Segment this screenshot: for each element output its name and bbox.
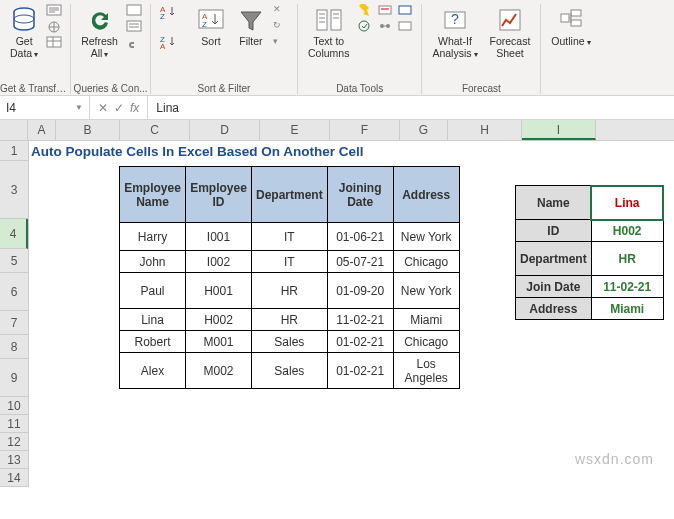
row-7[interactable]: 7 [0,311,28,335]
row-14[interactable]: 14 [0,469,28,487]
remove-dup-icon[interactable] [377,4,395,18]
lk-val[interactable]: 11-02-21 [591,276,663,298]
lk-val[interactable]: HR [591,242,663,276]
cell[interactable]: Miami [393,309,459,331]
cell[interactable]: 01-09-20 [327,273,393,309]
cell[interactable]: IT [252,251,328,273]
row-12[interactable]: 12 [0,433,28,451]
clear-filter[interactable]: ✕ [273,4,291,18]
col-B[interactable]: B [56,120,120,140]
consolidate-icon[interactable] [397,4,415,18]
cell[interactable]: HR [252,273,328,309]
cell[interactable]: New York [393,273,459,309]
forecast-label: ForecastSheet [490,36,531,59]
lk-hdr: Department [516,242,592,276]
from-text-icon[interactable] [46,4,64,18]
text-to-columns-button[interactable]: Text toColumns [304,4,353,61]
properties-icon[interactable] [126,20,144,34]
queries-icon[interactable] [126,4,144,18]
col-G[interactable]: G [400,120,448,140]
cell[interactable]: 11-02-21 [327,309,393,331]
sort-button[interactable]: AZ Sort [193,4,229,50]
get-data-button[interactable]: GetData▾ [6,4,42,61]
cell[interactable]: HR [252,309,328,331]
group-data-tools: Text toColumns Data Tools [298,4,422,94]
col-E[interactable]: E [260,120,330,140]
cell[interactable]: 01-02-21 [327,331,393,353]
accept-icon[interactable]: ✓ [114,101,124,115]
cancel-icon[interactable]: ✕ [98,101,108,115]
col-A[interactable]: A [28,120,56,140]
cell[interactable]: I001 [186,223,252,251]
row-3[interactable]: 3 [0,161,28,219]
cells-area[interactable]: Auto Populate Cells In Excel Based On An… [29,141,674,487]
sort-desc-button[interactable]: ZA [157,34,189,62]
get-data-label: GetData▾ [10,36,38,59]
filter-button[interactable]: Filter [233,4,269,50]
cell[interactable]: M002 [186,353,252,389]
row-4[interactable]: 4 [0,219,28,249]
cell[interactable]: 05-07-21 [327,251,393,273]
what-if-button[interactable]: ? What-IfAnalysis▾ [428,4,481,61]
from-table-icon[interactable] [46,36,64,50]
svg-rect-27 [571,20,581,26]
group-get-transform: GetData▾ Get & Transform D... [0,4,71,94]
name-box[interactable]: I4 ▼ [0,96,90,119]
fx-icon[interactable]: fx [130,101,139,115]
cell[interactable]: Chicago [393,251,459,273]
select-all-corner[interactable] [0,120,28,140]
row-9[interactable]: 9 [0,359,28,397]
cell[interactable]: IT [252,223,328,251]
outline-button[interactable]: Outline▾ [547,4,594,50]
cell[interactable]: I002 [186,251,252,273]
cell[interactable]: Sales [252,353,328,389]
cell[interactable]: Chicago [393,331,459,353]
cell[interactable]: Paul [120,273,186,309]
cell[interactable]: 01-02-21 [327,353,393,389]
formula-input[interactable]: Lina [148,101,674,115]
row-5[interactable]: 5 [0,249,28,273]
col-C[interactable]: C [120,120,190,140]
sort-asc-button[interactable]: AZ [157,4,189,32]
cell[interactable]: 01-06-21 [327,223,393,251]
cell[interactable]: Alex [120,353,186,389]
reapply-filter[interactable]: ↻ [273,20,291,34]
col-I[interactable]: I [522,120,596,140]
col-F[interactable]: F [330,120,400,140]
employee-table: Employee Name Employee ID Department Joi… [119,166,460,389]
cell[interactable]: John [120,251,186,273]
svg-point-19 [380,24,384,28]
formula-bar: I4 ▼ ✕ ✓ fx Lina [0,96,674,120]
cell[interactable]: H001 [186,273,252,309]
cell[interactable]: H002 [186,309,252,331]
row-1[interactable]: 1 [0,141,28,161]
cell[interactable]: Lina [120,309,186,331]
svg-point-20 [386,24,390,28]
row-11[interactable]: 11 [0,415,28,433]
flash-fill-icon[interactable] [357,4,375,18]
row-6[interactable]: 6 [0,273,28,311]
selected-cell[interactable]: Lina [591,186,663,220]
validation-icon[interactable] [357,20,375,34]
col-D[interactable]: D [190,120,260,140]
cell[interactable]: Robert [120,331,186,353]
row-10[interactable]: 10 [0,397,28,415]
advanced-filter[interactable]: ▾ [273,36,291,50]
lk-val[interactable]: Miami [591,298,663,320]
forecast-sheet-button[interactable]: ForecastSheet [486,4,535,61]
from-web-icon[interactable] [46,20,64,34]
col-H[interactable]: H [448,120,522,140]
row-8[interactable]: 8 [0,335,28,359]
cell[interactable]: M001 [186,331,252,353]
cell[interactable]: New York [393,223,459,251]
relationships-icon[interactable] [377,20,395,34]
cell[interactable]: Los Angeles [393,353,459,389]
cell[interactable]: Sales [252,331,328,353]
edit-links-icon[interactable] [126,36,144,50]
svg-rect-4 [47,37,61,47]
data-model-icon[interactable] [397,20,415,34]
refresh-all-button[interactable]: RefreshAll▾ [77,4,122,61]
lk-val[interactable]: H002 [591,220,663,242]
cell[interactable]: Harry [120,223,186,251]
row-13[interactable]: 13 [0,451,28,469]
